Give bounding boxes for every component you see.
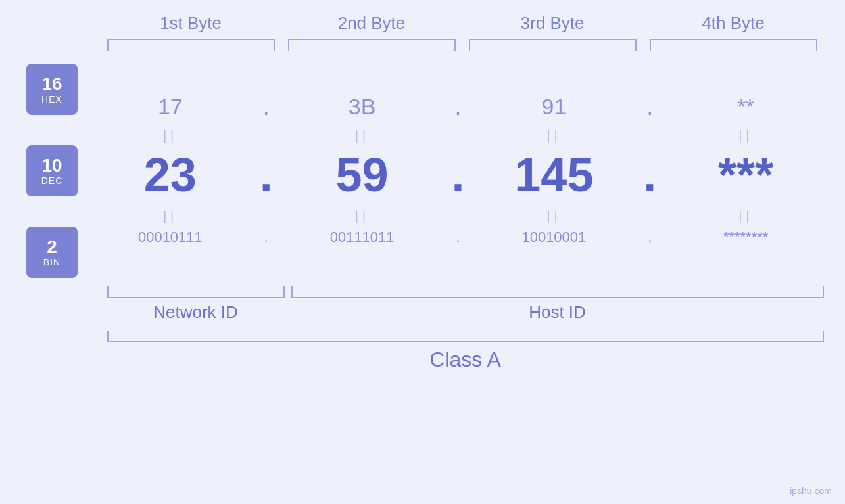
spacer-1 (26, 122, 78, 139)
base-badges: 16 HEX 10 DEC 2 BIN (26, 64, 78, 278)
class-bracket (107, 331, 824, 342)
hex-row: 17 . 3B . 91 . ** (91, 93, 825, 121)
hex-badge-num: 16 (41, 74, 62, 95)
bracket-4 (650, 39, 817, 51)
main-container: 1st Byte 2nd Byte 3rd Byte 4th Byte 16 H… (0, 0, 845, 504)
hex-dot-3: . (633, 93, 666, 121)
byte-label-1: 1st Byte (101, 13, 281, 34)
bracket-2 (288, 39, 456, 51)
network-host-brackets (107, 286, 824, 298)
dec-row: 23 . 59 . 145 . *** (91, 148, 825, 202)
dec-dot-1: . (250, 148, 283, 202)
dec-badge: 10 DEC (26, 145, 78, 196)
bracket-1 (107, 39, 275, 51)
network-host-labels: Network ID Host ID (107, 302, 824, 323)
eq-1-1: || (91, 124, 250, 145)
dec-val-2: 59 (283, 148, 442, 202)
bin-dot-2: . (442, 229, 475, 246)
spacer-2 (26, 203, 78, 220)
hex-dot-1: . (250, 93, 283, 121)
bin-dot-1: . (250, 229, 283, 246)
bracket-3 (469, 39, 637, 51)
host-bracket (291, 286, 824, 298)
eq-1-4: || (666, 124, 825, 145)
watermark: ipshu.com (790, 486, 832, 496)
eq-1-3: || (475, 124, 634, 145)
bottom-section: Network ID Host ID Class A (0, 281, 845, 372)
bin-val-3: 10010001 (475, 229, 634, 246)
eq-2-1: || (91, 205, 250, 225)
class-label: Class A (107, 348, 824, 372)
bin-badge-label: BIN (43, 257, 60, 267)
eq-2-4: || (666, 205, 825, 225)
hex-badge-label: HEX (41, 94, 62, 104)
bin-val-4: ******** (666, 229, 825, 246)
byte-label-2: 2nd Byte (281, 13, 462, 34)
byte-label-3: 3rd Byte (462, 13, 643, 34)
byte-labels-row: 1st Byte 2nd Byte 3rd Byte 4th Byte (101, 13, 824, 34)
bin-row: 00010111 . 00111011 . 10010001 . *******… (91, 229, 825, 246)
eq-1-2: || (283, 124, 442, 145)
hex-val-4: ** (666, 94, 825, 120)
bin-val-2: 00111011 (283, 229, 442, 246)
eq-2-3: || (475, 205, 634, 225)
bin-val-1: 00010111 (91, 229, 250, 246)
dec-dot-3: . (633, 148, 666, 202)
dec-val-4: *** (666, 148, 825, 202)
hex-val-1: 17 (91, 94, 250, 120)
dec-dot-2: . (442, 148, 475, 202)
network-bracket (107, 286, 285, 298)
dec-badge-label: DEC (41, 175, 63, 186)
hex-val-3: 91 (475, 94, 634, 120)
equals-row-2: || || || || (91, 205, 825, 225)
bin-badge-num: 2 (47, 237, 57, 258)
equals-row-1: || || || || (91, 124, 825, 145)
hex-badge: 16 HEX (26, 64, 78, 115)
dec-val-3: 145 (475, 148, 634, 202)
hex-dot-2: . (442, 93, 475, 121)
host-id-label: Host ID (291, 302, 824, 323)
network-id-label: Network ID (107, 302, 285, 323)
hex-val-2: 3B (283, 94, 442, 120)
byte-label-4: 4th Byte (643, 13, 824, 34)
top-brackets (101, 39, 824, 51)
bin-badge: 2 BIN (26, 227, 78, 278)
eq-2-2: || (283, 205, 442, 225)
dec-val-1: 23 (91, 148, 250, 202)
bin-dot-3: . (633, 229, 666, 246)
dec-badge-num: 10 (41, 156, 62, 176)
